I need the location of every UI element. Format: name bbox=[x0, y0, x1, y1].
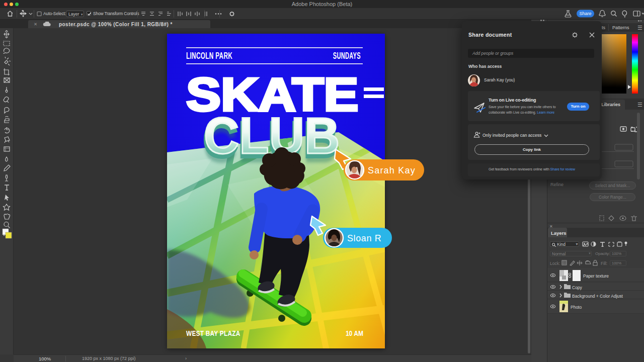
svg-text:WEST BAY PLAZA: WEST BAY PLAZA bbox=[186, 329, 240, 337]
svg-text:Copy: Copy bbox=[572, 285, 583, 290]
svg-text:10 AM: 10 AM bbox=[346, 329, 363, 338]
svg-text:Background + Color Adjust: Background + Color Adjust bbox=[572, 294, 623, 299]
svg-text:Share: Share bbox=[579, 11, 591, 16]
svg-text:LINCOLN PARK: LINCOLN PARK bbox=[186, 50, 232, 60]
svg-text:Sloan R: Sloan R bbox=[347, 233, 381, 243]
svg-text:Photo: Photo bbox=[571, 305, 582, 310]
svg-text:Paper texture: Paper texture bbox=[583, 274, 609, 279]
svg-text:Sarah Kay: Sarah Kay bbox=[368, 165, 416, 175]
svg-text:SUNDAYS: SUNDAYS bbox=[333, 50, 361, 60]
